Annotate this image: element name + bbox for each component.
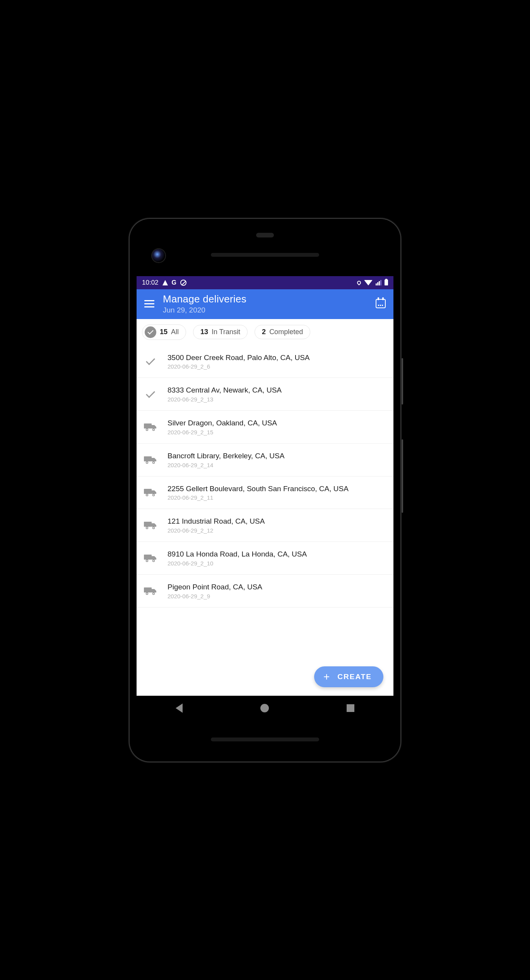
delivery-id: 2020-06-29_2_13 — [168, 396, 386, 403]
check-icon — [145, 326, 156, 338]
svg-rect-10 — [144, 489, 152, 494]
delivery-row[interactable]: 3500 Deer Creek Road, Palo Alto, CA, USA… — [137, 345, 393, 378]
status-bar: 10:02 G — [137, 276, 393, 289]
signal-icon — [376, 280, 381, 285]
svg-rect-15 — [144, 522, 152, 527]
location-icon — [356, 280, 362, 285]
svg-point-4 — [153, 429, 154, 430]
svg-point-3 — [147, 429, 148, 430]
delivery-id: 2020-06-29_2_14 — [168, 462, 386, 468]
delivery-id: 2020-06-29_2_11 — [168, 494, 386, 501]
app-bar: Manage deliveries Jun 29, 2020 — [137, 289, 393, 319]
filter-count: 13 — [200, 328, 208, 336]
svg-point-8 — [147, 462, 148, 463]
calendar-button[interactable] — [376, 299, 386, 308]
side-button — [402, 439, 403, 513]
check-icon — [144, 393, 157, 396]
filter-label: All — [171, 328, 179, 336]
delivery-address: 8333 Central Av, Newark, CA, USA — [168, 386, 386, 395]
truck-icon — [144, 587, 157, 595]
delivery-row[interactable]: 8333 Central Av, Newark, CA, USA2020-06-… — [137, 378, 393, 411]
filter-in-transit[interactable]: 13 In Transit — [193, 325, 248, 339]
svg-point-23 — [147, 560, 148, 561]
delivery-address: 2255 Gellert Boulevard, South San Franci… — [168, 484, 386, 493]
filter-label: In Transit — [212, 328, 240, 336]
svg-rect-5 — [144, 456, 152, 461]
delivery-id: 2020-06-29_2_6 — [168, 363, 386, 370]
top-bezel — [137, 226, 393, 276]
delivery-address: 8910 La Honda Road, La Honda, CA, USA — [168, 550, 386, 559]
android-navbar — [137, 696, 393, 720]
truck-icon — [144, 456, 157, 464]
battery-icon — [385, 280, 388, 285]
delivery-list: 3500 Deer Creek Road, Palo Alto, CA, USA… — [137, 345, 393, 696]
camera-icon — [152, 249, 165, 262]
nav-recent-button[interactable] — [347, 704, 354, 712]
svg-point-28 — [147, 593, 148, 594]
no-sync-icon — [180, 280, 186, 286]
nav-home-button[interactable] — [260, 704, 269, 712]
svg-point-24 — [153, 560, 154, 561]
delivery-address: Silver Dragon, Oakland, CA, USA — [168, 418, 386, 428]
check-icon — [144, 360, 157, 363]
status-time: 10:02 — [142, 279, 159, 287]
page-subtitle: Jun 29, 2020 — [163, 306, 367, 314]
svg-point-14 — [153, 495, 154, 496]
filter-count: 2 — [262, 328, 266, 336]
delivery-id: 2020-06-29_2_12 — [168, 527, 386, 534]
filter-all[interactable]: 15 All — [142, 324, 186, 340]
menu-button[interactable] — [144, 298, 154, 310]
wifi-icon — [364, 280, 373, 285]
svg-point-13 — [147, 495, 148, 496]
truck-icon — [144, 423, 157, 431]
delivery-address: Bancroft Library, Berkeley, CA, USA — [168, 451, 386, 461]
screen: 10:02 G Manage deliveries Jun 29, 202 — [137, 276, 393, 696]
delivery-id: 2020-06-29_2_10 — [168, 560, 386, 567]
create-button[interactable]: + CREATE — [314, 666, 383, 687]
delivery-id: 2020-06-29_2_15 — [168, 429, 386, 435]
delivery-row[interactable]: 121 Industrial Road, CA, USA2020-06-29_2… — [137, 509, 393, 542]
delivery-row[interactable]: 8910 La Honda Road, La Honda, CA, USA202… — [137, 542, 393, 575]
filter-label: Completed — [269, 328, 303, 336]
filter-count: 15 — [160, 328, 168, 336]
bottom-bezel — [137, 720, 393, 755]
nav-back-button[interactable] — [176, 703, 183, 713]
truck-icon — [144, 554, 157, 562]
filter-completed[interactable]: 2 Completed — [255, 325, 310, 339]
delivery-id: 2020-06-29_2_9 — [168, 593, 386, 599]
plus-icon: + — [323, 671, 330, 682]
truck-icon — [144, 521, 157, 529]
svg-point-9 — [153, 462, 154, 463]
svg-point-18 — [147, 528, 148, 529]
delivery-row[interactable]: Silver Dragon, Oakland, CA, USA2020-06-2… — [137, 411, 393, 444]
side-button — [402, 358, 403, 405]
delivery-address: 121 Industrial Road, CA, USA — [168, 517, 386, 526]
delivery-address: Pigeon Point Road, CA, USA — [168, 582, 386, 592]
delivery-row[interactable]: Bancroft Library, Berkeley, CA, USA2020-… — [137, 444, 393, 476]
create-label: CREATE — [337, 673, 372, 681]
svg-point-29 — [153, 593, 154, 594]
navigation-arrow-icon — [162, 280, 168, 285]
google-icon: G — [172, 279, 176, 286]
svg-rect-0 — [144, 423, 152, 429]
svg-rect-25 — [144, 587, 152, 592]
truck-icon — [144, 488, 157, 497]
svg-rect-20 — [144, 555, 152, 560]
delivery-address: 3500 Deer Creek Road, Palo Alto, CA, USA — [168, 353, 386, 362]
phone-frame: 10:02 G Manage deliveries Jun 29, 202 — [130, 219, 400, 761]
delivery-row[interactable]: Pigeon Point Road, CA, USA2020-06-29_2_9 — [137, 575, 393, 608]
delivery-row[interactable]: 2255 Gellert Boulevard, South San Franci… — [137, 476, 393, 509]
page-title: Manage deliveries — [163, 293, 367, 305]
filter-chips: 15 All 13 In Transit 2 Completed — [137, 319, 393, 345]
svg-point-19 — [153, 528, 154, 529]
